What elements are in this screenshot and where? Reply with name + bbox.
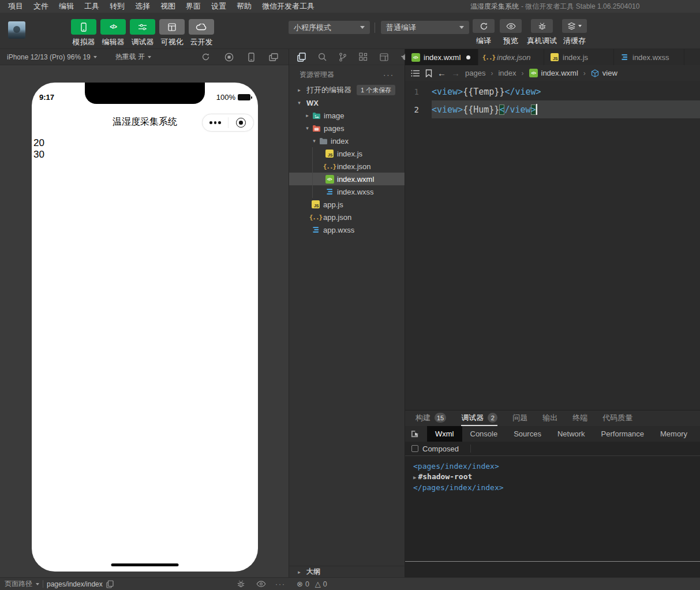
devtools-tab-wxml[interactable]: Wxml: [427, 426, 462, 442]
dom-close-tag[interactable]: </pages/index/index>: [413, 483, 700, 493]
tree-root-wx[interactable]: ▾ WX: [289, 96, 405, 109]
menu-project[interactable]: 项目: [0, 1, 28, 12]
home-indicator: [111, 563, 179, 566]
problems-indicator[interactable]: ⊗ 0 △ 0: [297, 578, 327, 590]
tab-problems[interactable]: 问题: [512, 410, 527, 426]
device-selector[interactable]: iPhone 12/13 (Pro) 96% 19: [7, 53, 97, 61]
nav-forward-icon[interactable]: →: [451, 68, 460, 78]
cloud-dev-button[interactable]: 云开发: [188, 19, 215, 47]
nav-back-icon[interactable]: ←: [437, 68, 446, 78]
breadcrumb-pages[interactable]: pages: [465, 69, 485, 77]
tree-file-index-js[interactable]: JS index.js: [289, 147, 405, 160]
more-actions-icon[interactable]: ···: [383, 70, 394, 79]
dom-shadow-root[interactable]: ▶#shadow-root: [413, 472, 700, 483]
tab-index-json[interactable]: {..} index.json: [478, 49, 544, 65]
chevron-down-icon: [148, 56, 151, 58]
preview-button[interactable]: 预览: [500, 19, 522, 46]
devtools-tab-appdata[interactable]: AppData: [695, 426, 700, 442]
composed-checkbox[interactable]: [411, 445, 418, 452]
js-file-icon: JS: [551, 53, 559, 61]
breadcrumb-file[interactable]: index.wxml: [541, 69, 578, 77]
tree-folder-pages[interactable]: ▾ pages: [289, 122, 405, 135]
menu-goto[interactable]: 转到: [104, 1, 130, 12]
simulator-toolbar: iPhone 12/13 (Pro) 96% 19 热重载 开: [0, 49, 289, 65]
tree-file-index-json[interactable]: {..} index.json: [289, 160, 405, 173]
tab-output[interactable]: 输出: [542, 410, 557, 426]
copy-icon[interactable]: [106, 580, 114, 588]
tree-file-app-json[interactable]: {..} app.json: [289, 211, 405, 223]
tree-file-index-wxss[interactable]: index.wxss: [289, 185, 405, 198]
bookmark-icon[interactable]: [425, 69, 432, 77]
menu-edit[interactable]: 编辑: [54, 1, 79, 12]
editor-button[interactable]: </> 编辑器: [100, 19, 126, 47]
devtools-tab-memory[interactable]: Memory: [652, 426, 695, 442]
tab-index-js[interactable]: JS index.js: [544, 49, 614, 65]
tab-debugger[interactable]: 调试器 2: [461, 410, 497, 426]
menu-select[interactable]: 选择: [130, 1, 155, 12]
hum-value: 30: [33, 149, 44, 160]
remote-debug-button[interactable]: 真机调试: [527, 19, 557, 46]
compile-mode-dropdown[interactable]: 普通编译: [381, 21, 469, 34]
menu-file[interactable]: 文件: [28, 1, 54, 12]
close-capsule-button[interactable]: [229, 118, 254, 128]
chevron-down-icon: [578, 25, 582, 27]
dom-open-tag[interactable]: <pages/index/index>: [413, 461, 700, 472]
build-count-badge: 15: [435, 413, 446, 423]
git-branch-icon[interactable]: [339, 53, 347, 62]
inspect-icon[interactable]: [410, 430, 419, 438]
status-time: 9:17: [39, 93, 54, 102]
panel-resize-handle[interactable]: [405, 561, 700, 562]
devtools-tab-console[interactable]: Console: [462, 426, 506, 442]
search-icon[interactable]: [318, 53, 327, 61]
tree-file-index-wxml[interactable]: </> index.wxml: [289, 173, 405, 185]
refresh-icon: [480, 22, 488, 31]
tree-folder-index[interactable]: ▾ index: [289, 135, 405, 147]
more-icon[interactable]: ···: [275, 578, 286, 590]
mode-dropdown[interactable]: 小程序模式: [289, 21, 370, 34]
tab-terminal[interactable]: 终端: [572, 410, 587, 426]
device-frame-icon[interactable]: [248, 53, 254, 62]
breadcrumb-index[interactable]: index: [498, 69, 516, 77]
tab-code-quality[interactable]: 代码质量: [602, 410, 632, 426]
visualize-button[interactable]: 可视化: [159, 19, 185, 47]
tree-file-app-js[interactable]: JS app.js: [289, 198, 405, 211]
menu-view[interactable]: 视图: [155, 1, 181, 12]
debugger-button[interactable]: 调试器: [129, 19, 156, 47]
more-button[interactable]: [203, 121, 228, 124]
files-icon[interactable]: [297, 53, 306, 62]
avatar[interactable]: [8, 21, 25, 39]
simulator-button[interactable]: 模拟器: [70, 19, 97, 47]
outline-section[interactable]: ▸ 大纲: [289, 566, 405, 577]
tree-file-app-wxss[interactable]: app.wxss: [289, 223, 405, 236]
multi-window-icon[interactable]: [269, 53, 278, 62]
menu-help[interactable]: 帮助: [231, 1, 257, 12]
tree-folder-image[interactable]: ▸ image: [289, 109, 405, 122]
open-editors-section[interactable]: ▸ 打开的编辑器 1 个未保存: [289, 84, 405, 96]
widgets-icon[interactable]: [359, 53, 368, 61]
tab-index-wxss[interactable]: index.wxss: [614, 49, 684, 65]
breadcrumb-node[interactable]: view: [602, 69, 617, 77]
clear-cache-button[interactable]: 清缓存: [562, 19, 587, 46]
compile-button[interactable]: 编译: [473, 19, 495, 46]
menu-devtools[interactable]: 微信开发者工具: [257, 1, 320, 12]
tab-build[interactable]: 构建 15: [415, 410, 446, 426]
page-path-label[interactable]: 页面路径: [5, 579, 32, 589]
bug-icon[interactable]: [237, 580, 245, 588]
editor-tab-bar: </> index.wxml {..} index.json JS index.…: [405, 49, 700, 65]
json-file-icon: {..}: [482, 54, 496, 61]
panel-layout-icon[interactable]: [380, 53, 388, 61]
menu-settings[interactable]: 设置: [206, 1, 231, 12]
rotate-icon[interactable]: [201, 53, 210, 62]
code-editor[interactable]: 1 <view>{{Temp}}</view> 2 <view>{{Hum}}<…: [405, 81, 700, 118]
menu-interface[interactable]: 界面: [181, 1, 206, 12]
window-title: 温湿度采集系统 - 微信开发者工具 Stable 1.06.2504010: [470, 0, 639, 13]
record-icon[interactable]: [224, 53, 234, 62]
tab-index-wxml[interactable]: </> index.wxml: [405, 49, 478, 65]
devtools-tab-network[interactable]: Network: [549, 426, 593, 442]
eye-icon[interactable]: [256, 581, 266, 587]
outline-list-icon[interactable]: [411, 70, 420, 77]
devtools-tab-sources[interactable]: Sources: [506, 426, 549, 442]
hot-reload-toggle[interactable]: 热重载 开: [115, 52, 151, 62]
menu-tools[interactable]: 工具: [79, 1, 104, 12]
devtools-tab-performance[interactable]: Performance: [593, 426, 652, 442]
